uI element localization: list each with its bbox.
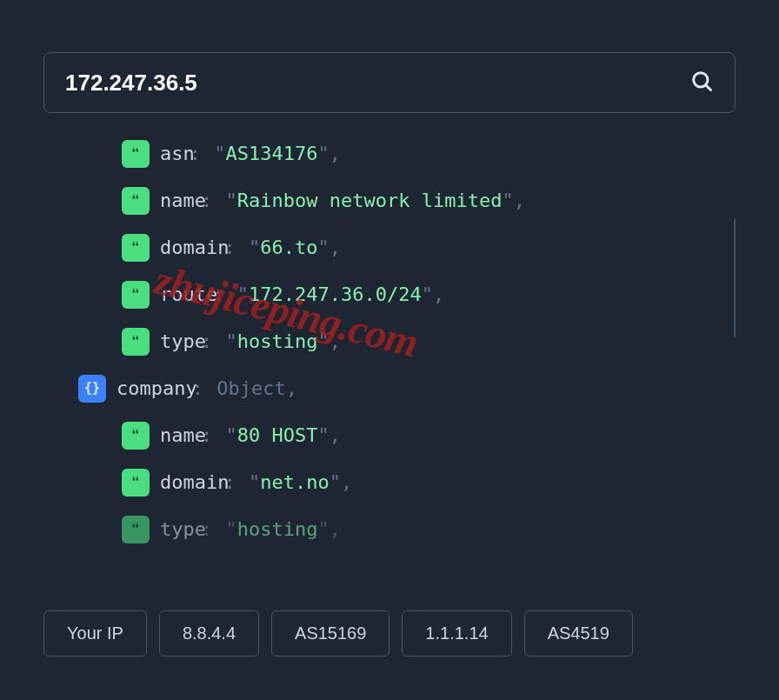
quick-link-button[interactable]: Your IP: [43, 610, 147, 657]
json-row[interactable]: ❝asn: "AS134176",: [43, 130, 736, 177]
json-entry: domain: "net.no",: [160, 470, 352, 496]
json-entry: type: "hosting",: [160, 517, 341, 543]
search-bar: [43, 52, 736, 113]
json-row[interactable]: ❝name: "80 HOST",: [43, 412, 736, 459]
quick-link-button[interactable]: AS4519: [524, 610, 633, 657]
json-entry: company: Object,: [117, 377, 297, 402]
quote-icon: ❝: [122, 469, 150, 497]
json-entry: type: "hosting",: [160, 330, 341, 355]
braces-icon: {}: [78, 375, 106, 403]
app-container: ❝asn: "AS134176",❝name: "Rainbow network…: [0, 0, 779, 700]
json-entry: route: "172.247.36.0/24",: [160, 283, 444, 308]
quote-icon: ❝: [122, 328, 150, 356]
json-row[interactable]: ❝domain: "66.to",: [43, 224, 736, 271]
scrollbar-thumb[interactable]: [734, 217, 736, 339]
search-input[interactable]: [65, 70, 689, 97]
json-row[interactable]: ❝name: "Rainbow network limited",: [43, 177, 736, 224]
json-row[interactable]: ❝route: "172.247.36.0/24",: [43, 271, 736, 318]
json-viewer: ❝asn: "AS134176",❝name: "Rainbow network…: [43, 130, 736, 593]
quote-icon: ❝: [122, 234, 150, 262]
quick-link-button[interactable]: AS15169: [271, 610, 390, 657]
quote-icon: ❝: [122, 281, 150, 309]
quick-link-button[interactable]: 8.8.4.4: [159, 610, 259, 657]
quote-icon: ❝: [122, 187, 150, 215]
json-entry: name: "80 HOST",: [160, 423, 341, 449]
quote-icon: ❝: [122, 140, 150, 168]
json-entry: asn: "AS134176",: [160, 142, 341, 167]
json-entry: domain: "66.to",: [160, 236, 341, 261]
quick-links: Your IP8.8.4.4AS151691.1.1.14AS4519: [43, 610, 736, 657]
quick-link-button[interactable]: 1.1.1.14: [402, 610, 511, 657]
svg-line-1: [706, 85, 710, 90]
search-icon[interactable]: [689, 69, 714, 97]
json-row[interactable]: {}company: Object,: [43, 365, 736, 412]
json-row[interactable]: ❝type: "hosting",: [43, 318, 736, 365]
json-row[interactable]: ❝type: "hosting",: [43, 506, 736, 553]
quote-icon: ❝: [122, 516, 150, 543]
json-entry: name: "Rainbow network limited",: [160, 189, 525, 214]
quote-icon: ❝: [122, 422, 150, 450]
json-row[interactable]: ❝domain: "net.no",: [43, 459, 736, 506]
